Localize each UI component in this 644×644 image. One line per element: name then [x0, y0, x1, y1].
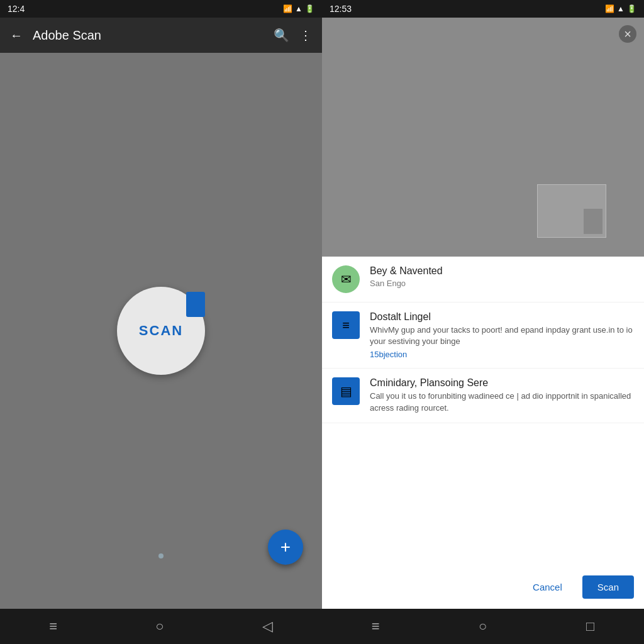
right-panel: 12:53 📶 ▲ 🔋 × ✉ Bey & Navented San Engo	[322, 0, 644, 644]
scan-area: SCAN +	[0, 53, 322, 609]
item-subtitle-1: San Engo	[370, 279, 634, 288]
search-icon[interactable]: 🔍	[274, 28, 289, 43]
email-icon: ✉	[341, 272, 352, 287]
left-bottom-nav: ≡ ○ ◁	[0, 609, 322, 644]
doc2-icon: ▤	[340, 384, 352, 399]
left-status-icons: 📶 ▲ 🔋	[283, 4, 314, 13]
document-preview	[537, 184, 606, 238]
right-nav-square-icon[interactable]: □	[586, 618, 594, 635]
list-item[interactable]: ▤ Cminidary, Plansoing Sere Call you it …	[322, 369, 644, 423]
back-icon[interactable]: ←	[10, 28, 23, 43]
nav-home-icon[interactable]: ○	[155, 618, 164, 635]
wifi-icon: 📶	[283, 4, 292, 13]
top-app-bar: ← Adobe Scan 🔍 ⋮	[0, 18, 322, 53]
page-dot-indicator	[158, 553, 164, 558]
right-battery-icon: 🔋	[627, 4, 636, 13]
item-icon-email: ✉	[332, 265, 360, 293]
scan-button-label: SCAN	[139, 323, 183, 339]
add-icon: +	[280, 538, 291, 556]
item-icon-doc1: ≡	[332, 311, 360, 339]
item-body-2: WhivMy gup and your tacks to poort! and …	[370, 325, 634, 347]
bottom-sheet: ✉ Bey & Navented San Engo ≡ Dostalt Ling…	[322, 257, 644, 609]
cancel-button[interactable]: Cancel	[523, 577, 572, 597]
battery-icon: 🔋	[305, 4, 314, 13]
scan-button-dialog[interactable]: Scan	[582, 575, 634, 599]
more-options-icon[interactable]: ⋮	[299, 28, 312, 43]
item-title-2: Dostalt Lingel	[370, 311, 634, 323]
left-status-bar: 12:4 📶 ▲ 🔋	[0, 0, 322, 18]
right-bottom-nav: ≡ ○ □	[322, 609, 644, 644]
signal-icon: ▲	[295, 4, 303, 13]
right-signal-icon: ▲	[617, 4, 625, 13]
close-icon: ×	[624, 27, 631, 42]
close-button[interactable]: ×	[619, 25, 636, 43]
right-nav-bars-icon[interactable]: ≡	[372, 618, 380, 635]
list-item[interactable]: ✉ Bey & Navented San Engo	[322, 257, 644, 303]
nav-back-icon[interactable]: ◁	[262, 618, 273, 635]
doc-icon: ≡	[342, 318, 350, 333]
right-status-time: 12:53	[330, 4, 352, 14]
item-title-3: Cminidary, Plansoing Sere	[370, 377, 634, 389]
item-link-2[interactable]: 15bjection	[370, 350, 634, 359]
right-status-icons: 📶 ▲ 🔋	[605, 4, 636, 13]
item-title-1: Bey & Navented	[370, 265, 634, 277]
scan-corner-decoration	[186, 292, 205, 317]
camera-preview: ×	[322, 18, 644, 257]
left-panel: 12:4 📶 ▲ 🔋 ← Adobe Scan 🔍 ⋮ SCAN + ≡ ○ ◁	[0, 0, 322, 644]
nav-bars-icon[interactable]: ≡	[49, 618, 57, 635]
document-thumbnail	[584, 209, 602, 234]
right-status-bar: 12:53 📶 ▲ 🔋	[322, 0, 644, 18]
right-wifi-icon: 📶	[605, 4, 614, 13]
left-status-time: 12:4	[8, 4, 25, 14]
item-content-1: Bey & Navented San Engo	[370, 265, 634, 288]
item-content-3: Cminidary, Plansoing Sere Call you it us…	[370, 377, 634, 413]
app-title: Adobe Scan	[33, 28, 264, 43]
add-fab-button[interactable]: +	[268, 530, 303, 565]
dialog-actions: Cancel Scan	[322, 565, 644, 609]
scan-button[interactable]: SCAN	[117, 287, 205, 375]
right-nav-home-icon[interactable]: ○	[479, 618, 487, 635]
item-body-3: Call you it us to forunbiting wadineed c…	[370, 391, 634, 413]
item-icon-doc2: ▤	[332, 377, 360, 405]
item-content-2: Dostalt Lingel WhivMy gup and your tacks…	[370, 311, 634, 359]
list-item[interactable]: ≡ Dostalt Lingel WhivMy gup and your tac…	[322, 303, 644, 369]
